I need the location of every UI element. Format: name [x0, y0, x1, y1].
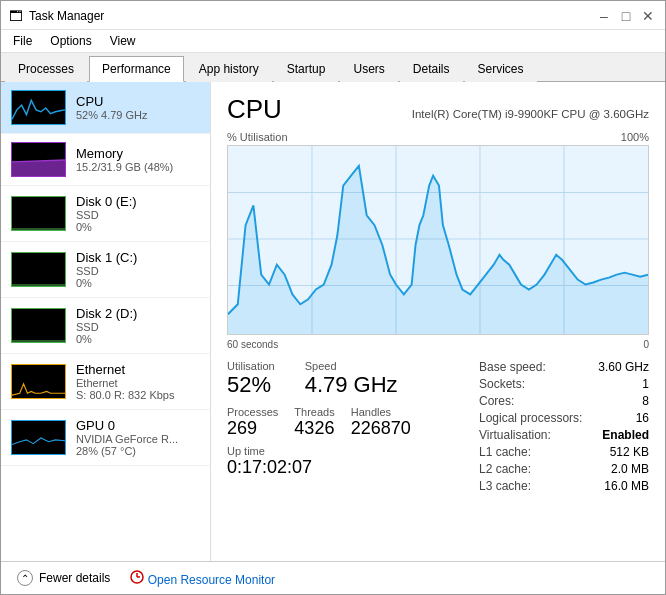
threads-value: 4326 [294, 418, 334, 439]
main-content: CPU 52% 4.79 GHz Memory 15.2/31.9 GB (48… [1, 82, 665, 561]
tab-details[interactable]: Details [400, 56, 463, 82]
disk1-mini-graph [11, 252, 66, 287]
gpu0-label: GPU 0 [76, 418, 200, 433]
cores-value: 8 [642, 394, 649, 408]
sockets-label: Sockets: [479, 377, 525, 391]
chart-y-labels: % Utilisation 100% [227, 131, 649, 143]
tab-services[interactable]: Services [465, 56, 537, 82]
tab-bar: Processes Performance App history Startu… [1, 53, 665, 82]
processes-value: 269 [227, 418, 278, 439]
disk2-mini-graph [11, 308, 66, 343]
svg-marker-0 [12, 160, 65, 176]
disk0-detail1: SSD [76, 209, 200, 221]
sidebar-item-ethernet[interactable]: Ethernet Ethernet S: 80.0 R: 832 Kbps [1, 354, 210, 410]
sockets-row: Sockets: 1 [479, 377, 649, 391]
processes-threads-handles-row: Processes 269 Threads 4326 Handles 22687… [227, 406, 463, 439]
disk0-info: Disk 0 (E:) SSD 0% [76, 194, 200, 233]
tab-app-history[interactable]: App history [186, 56, 272, 82]
cpu-chart [227, 145, 649, 335]
sidebar-item-disk0[interactable]: Disk 0 (E:) SSD 0% [1, 186, 210, 242]
sidebar-item-disk1[interactable]: Disk 1 (C:) SSD 0% [1, 242, 210, 298]
disk2-detail1: SSD [76, 321, 200, 333]
chart-y-label: % Utilisation [227, 131, 288, 143]
ethernet-detail1: Ethernet [76, 377, 200, 389]
sidebar: CPU 52% 4.79 GHz Memory 15.2/31.9 GB (48… [1, 82, 211, 561]
sidebar-item-gpu0[interactable]: GPU 0 NVIDIA GeForce R... 28% (57 °C) [1, 410, 210, 466]
speed-label: Speed [305, 360, 398, 372]
disk1-detail1: SSD [76, 265, 200, 277]
menu-view[interactable]: View [102, 32, 144, 50]
l1-cache-label: L1 cache: [479, 445, 531, 459]
bottom-stats: Utilisation 52% Speed 4.79 GHz Processes… [227, 360, 649, 496]
detail-subtitle: Intel(R) Core(TM) i9-9900KF CPU @ 3.60GH… [412, 108, 649, 120]
gpu0-detail2: 28% (57 °C) [76, 445, 200, 457]
right-stats-panel: Base speed: 3.60 GHz Sockets: 1 Cores: 8… [479, 360, 649, 496]
l3-cache-label: L3 cache: [479, 479, 531, 493]
tab-startup[interactable]: Startup [274, 56, 339, 82]
threads-group: Threads 4326 [294, 406, 334, 439]
menu-bar: File Options View [1, 30, 665, 53]
l1-cache-value: 512 KB [610, 445, 649, 459]
cpu-info: CPU 52% 4.79 GHz [76, 94, 200, 121]
handles-label: Handles [351, 406, 411, 418]
tab-users[interactable]: Users [340, 56, 397, 82]
maximize-button[interactable]: □ [617, 7, 635, 25]
utilisation-speed-row: Utilisation 52% Speed 4.79 GHz [227, 360, 463, 398]
l3-cache-row: L3 cache: 16.0 MB [479, 479, 649, 493]
close-button[interactable]: ✕ [639, 7, 657, 25]
window-controls: – □ ✕ [595, 7, 657, 25]
app-icon: 🗔 [9, 8, 23, 24]
tab-performance[interactable]: Performance [89, 56, 184, 82]
memory-info: Memory 15.2/31.9 GB (48%) [76, 146, 200, 173]
logical-processors-label: Logical processors: [479, 411, 582, 425]
processes-label: Processes [227, 406, 278, 418]
chart-y-max: 100% [621, 131, 649, 143]
base-speed-row: Base speed: 3.60 GHz [479, 360, 649, 374]
gpu0-info: GPU 0 NVIDIA GeForce R... 28% (57 °C) [76, 418, 200, 457]
l2-cache-label: L2 cache: [479, 462, 531, 476]
fewer-details-label: Fewer details [39, 571, 110, 585]
fewer-details-button[interactable]: ⌃ Fewer details [13, 568, 114, 588]
chart-time-right: 0 [643, 339, 649, 350]
processes-group: Processes 269 [227, 406, 278, 439]
disk2-label: Disk 2 (D:) [76, 306, 200, 321]
minimize-button[interactable]: – [595, 7, 613, 25]
virtualisation-label: Virtualisation: [479, 428, 551, 442]
title-bar-left: 🗔 Task Manager [9, 8, 104, 24]
ethernet-info: Ethernet Ethernet S: 80.0 R: 832 Kbps [76, 362, 200, 401]
open-resource-monitor-link[interactable]: Open Resource Monitor [130, 570, 275, 587]
sidebar-item-cpu[interactable]: CPU 52% 4.79 GHz [1, 82, 210, 134]
menu-options[interactable]: Options [42, 32, 99, 50]
sidebar-item-disk2[interactable]: Disk 2 (D:) SSD 0% [1, 298, 210, 354]
chevron-up-icon: ⌃ [17, 570, 33, 586]
disk1-detail2: 0% [76, 277, 200, 289]
l2-cache-row: L2 cache: 2.0 MB [479, 462, 649, 476]
base-speed-label: Base speed: [479, 360, 546, 374]
gpu0-detail1: NVIDIA GeForce R... [76, 433, 200, 445]
uptime-label: Up time [227, 445, 463, 457]
handles-group: Handles 226870 [351, 406, 411, 439]
sidebar-item-memory[interactable]: Memory 15.2/31.9 GB (48%) [1, 134, 210, 186]
menu-file[interactable]: File [5, 32, 40, 50]
ethernet-mini-graph [11, 364, 66, 399]
memory-label: Memory [76, 146, 200, 161]
tab-processes[interactable]: Processes [5, 56, 87, 82]
disk2-detail2: 0% [76, 333, 200, 345]
memory-detail: 15.2/31.9 GB (48%) [76, 161, 200, 173]
ethernet-label: Ethernet [76, 362, 200, 377]
handles-value: 226870 [351, 418, 411, 439]
utilisation-group: Utilisation 52% [227, 360, 275, 398]
cores-row: Cores: 8 [479, 394, 649, 408]
detail-panel: CPU Intel(R) Core(TM) i9-9900KF CPU @ 3.… [211, 82, 665, 561]
uptime-value: 0:17:02:07 [227, 457, 463, 478]
l2-cache-value: 2.0 MB [611, 462, 649, 476]
resource-monitor-icon [130, 570, 144, 584]
ethernet-detail2: S: 80.0 R: 832 Kbps [76, 389, 200, 401]
logical-processors-row: Logical processors: 16 [479, 411, 649, 425]
speed-group: Speed 4.79 GHz [305, 360, 398, 398]
disk0-mini-graph [11, 196, 66, 231]
cpu-mini-graph [11, 90, 66, 125]
detail-title: CPU [227, 94, 282, 125]
base-speed-value: 3.60 GHz [598, 360, 649, 374]
gpu0-mini-graph [11, 420, 66, 455]
